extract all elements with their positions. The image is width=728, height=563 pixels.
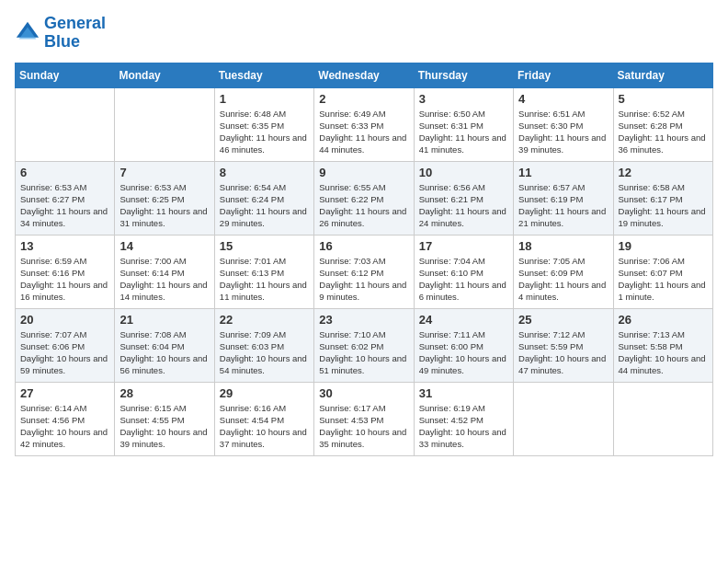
day-info: Sunrise: 6:54 AM Sunset: 6:24 PM Dayligh… [220, 181, 309, 230]
day-number: 29 [220, 386, 309, 400]
day-info: Sunrise: 6:59 AM Sunset: 6:16 PM Dayligh… [20, 255, 109, 304]
calendar-cell: 21Sunrise: 7:08 AM Sunset: 6:04 PM Dayli… [115, 308, 214, 382]
calendar-cell: 30Sunrise: 6:17 AM Sunset: 4:53 PM Dayli… [314, 382, 414, 455]
calendar-cell: 2Sunrise: 6:49 AM Sunset: 6:33 PM Daylig… [314, 87, 414, 161]
calendar-cell: 17Sunrise: 7:04 AM Sunset: 6:10 PM Dayli… [414, 235, 513, 308]
calendar-cell: 9Sunrise: 6:55 AM Sunset: 6:22 PM Daylig… [314, 161, 414, 235]
calendar-cell: 23Sunrise: 7:10 AM Sunset: 6:02 PM Dayli… [314, 308, 414, 382]
logo-text: General Blue [44, 15, 106, 52]
weekday-header-row: SundayMondayTuesdayWednesdayThursdayFrid… [16, 63, 713, 87]
day-info: Sunrise: 7:09 AM Sunset: 6:03 PM Dayligh… [220, 328, 309, 377]
logo-icon [15, 20, 40, 46]
calendar-cell: 26Sunrise: 7:13 AM Sunset: 5:58 PM Dayli… [613, 308, 712, 382]
calendar-cell: 28Sunrise: 6:15 AM Sunset: 4:55 PM Dayli… [115, 382, 214, 455]
calendar-cell: 29Sunrise: 6:16 AM Sunset: 4:54 PM Dayli… [214, 382, 313, 455]
weekday-header: Friday [514, 63, 613, 87]
day-number: 28 [119, 386, 209, 400]
calendar-week-row: 6Sunrise: 6:53 AM Sunset: 6:27 PM Daylig… [16, 161, 713, 235]
weekday-header: Saturday [613, 63, 712, 87]
day-info: Sunrise: 6:14 AM Sunset: 4:56 PM Dayligh… [20, 402, 109, 451]
weekday-header: Sunday [16, 63, 115, 87]
calendar-cell: 12Sunrise: 6:58 AM Sunset: 6:17 PM Dayli… [613, 161, 712, 235]
day-number: 27 [20, 386, 109, 400]
day-info: Sunrise: 7:08 AM Sunset: 6:04 PM Dayligh… [119, 328, 209, 377]
calendar-cell: 8Sunrise: 6:54 AM Sunset: 6:24 PM Daylig… [214, 161, 313, 235]
calendar-cell: 24Sunrise: 7:11 AM Sunset: 6:00 PM Dayli… [414, 308, 513, 382]
calendar-week-row: 13Sunrise: 6:59 AM Sunset: 6:16 PM Dayli… [16, 235, 713, 308]
day-number: 4 [518, 92, 608, 106]
weekday-header: Thursday [414, 63, 513, 87]
day-number: 23 [319, 313, 408, 327]
day-number: 12 [619, 166, 708, 179]
day-info: Sunrise: 6:19 AM Sunset: 4:52 PM Dayligh… [419, 402, 508, 451]
calendar-cell: 5Sunrise: 6:52 AM Sunset: 6:28 PM Daylig… [613, 87, 712, 161]
calendar-cell: 1Sunrise: 6:48 AM Sunset: 6:35 PM Daylig… [214, 87, 313, 161]
calendar-cell: 16Sunrise: 7:03 AM Sunset: 6:12 PM Dayli… [314, 235, 414, 308]
day-number: 26 [619, 313, 708, 327]
day-info: Sunrise: 7:11 AM Sunset: 6:00 PM Dayligh… [419, 328, 508, 377]
calendar-cell: 6Sunrise: 6:53 AM Sunset: 6:27 PM Daylig… [16, 161, 115, 235]
day-number: 13 [20, 239, 109, 253]
calendar-cell: 20Sunrise: 7:07 AM Sunset: 6:06 PM Dayli… [16, 308, 115, 382]
calendar-cell: 22Sunrise: 7:09 AM Sunset: 6:03 PM Dayli… [214, 308, 313, 382]
day-info: Sunrise: 6:56 AM Sunset: 6:21 PM Dayligh… [419, 181, 508, 230]
day-info: Sunrise: 7:06 AM Sunset: 6:07 PM Dayligh… [619, 255, 708, 304]
day-number: 30 [319, 386, 408, 400]
weekday-header: Monday [115, 63, 214, 87]
day-number: 14 [119, 239, 209, 253]
day-number: 3 [419, 92, 508, 106]
calendar-week-row: 1Sunrise: 6:48 AM Sunset: 6:35 PM Daylig… [16, 87, 713, 161]
day-number: 6 [20, 166, 109, 179]
calendar-cell [16, 87, 115, 161]
day-number: 11 [518, 166, 608, 179]
day-number: 22 [220, 313, 309, 327]
day-info: Sunrise: 7:01 AM Sunset: 6:13 PM Dayligh… [220, 255, 309, 304]
day-number: 5 [619, 92, 708, 106]
calendar-cell [613, 382, 712, 455]
day-number: 16 [319, 239, 408, 253]
day-info: Sunrise: 6:48 AM Sunset: 6:35 PM Dayligh… [220, 108, 309, 156]
day-info: Sunrise: 6:51 AM Sunset: 6:30 PM Dayligh… [518, 108, 608, 156]
logo: General Blue [15, 15, 106, 52]
day-info: Sunrise: 7:05 AM Sunset: 6:09 PM Dayligh… [518, 255, 608, 304]
calendar-cell [514, 382, 613, 455]
calendar-cell: 11Sunrise: 6:57 AM Sunset: 6:19 PM Dayli… [514, 161, 613, 235]
day-info: Sunrise: 6:52 AM Sunset: 6:28 PM Dayligh… [619, 108, 708, 156]
day-info: Sunrise: 7:13 AM Sunset: 5:58 PM Dayligh… [619, 328, 708, 377]
day-info: Sunrise: 6:58 AM Sunset: 6:17 PM Dayligh… [619, 181, 708, 230]
weekday-header: Wednesday [314, 63, 414, 87]
calendar-cell: 3Sunrise: 6:50 AM Sunset: 6:31 PM Daylig… [414, 87, 513, 161]
day-info: Sunrise: 6:57 AM Sunset: 6:19 PM Dayligh… [518, 181, 608, 230]
day-info: Sunrise: 6:49 AM Sunset: 6:33 PM Dayligh… [319, 108, 408, 156]
day-info: Sunrise: 7:03 AM Sunset: 6:12 PM Dayligh… [319, 255, 408, 304]
day-number: 21 [119, 313, 209, 327]
day-info: Sunrise: 7:00 AM Sunset: 6:14 PM Dayligh… [119, 255, 209, 304]
calendar-cell: 4Sunrise: 6:51 AM Sunset: 6:30 PM Daylig… [514, 87, 613, 161]
day-number: 20 [20, 313, 109, 327]
day-info: Sunrise: 7:10 AM Sunset: 6:02 PM Dayligh… [319, 328, 408, 377]
calendar-cell: 15Sunrise: 7:01 AM Sunset: 6:13 PM Dayli… [214, 235, 313, 308]
day-number: 24 [419, 313, 508, 327]
day-info: Sunrise: 7:04 AM Sunset: 6:10 PM Dayligh… [419, 255, 508, 304]
day-info: Sunrise: 6:15 AM Sunset: 4:55 PM Dayligh… [119, 402, 209, 451]
calendar-week-row: 27Sunrise: 6:14 AM Sunset: 4:56 PM Dayli… [16, 382, 713, 455]
day-number: 8 [220, 166, 309, 179]
calendar-week-row: 20Sunrise: 7:07 AM Sunset: 6:06 PM Dayli… [16, 308, 713, 382]
day-number: 10 [419, 166, 508, 179]
calendar-cell: 13Sunrise: 6:59 AM Sunset: 6:16 PM Dayli… [16, 235, 115, 308]
day-info: Sunrise: 6:53 AM Sunset: 6:27 PM Dayligh… [20, 181, 109, 230]
day-number: 19 [619, 239, 708, 253]
day-info: Sunrise: 7:12 AM Sunset: 5:59 PM Dayligh… [518, 328, 608, 377]
day-number: 18 [518, 239, 608, 253]
calendar-table: SundayMondayTuesdayWednesdayThursdayFrid… [15, 63, 713, 456]
day-number: 1 [220, 92, 309, 106]
day-number: 2 [319, 92, 408, 106]
day-number: 7 [119, 166, 209, 179]
calendar-cell: 7Sunrise: 6:53 AM Sunset: 6:25 PM Daylig… [115, 161, 214, 235]
calendar-cell: 31Sunrise: 6:19 AM Sunset: 4:52 PM Dayli… [414, 382, 513, 455]
day-number: 15 [220, 239, 309, 253]
day-number: 31 [419, 386, 508, 400]
day-info: Sunrise: 6:16 AM Sunset: 4:54 PM Dayligh… [220, 402, 309, 451]
calendar-cell: 14Sunrise: 7:00 AM Sunset: 6:14 PM Dayli… [115, 235, 214, 308]
weekday-header: Tuesday [214, 63, 313, 87]
